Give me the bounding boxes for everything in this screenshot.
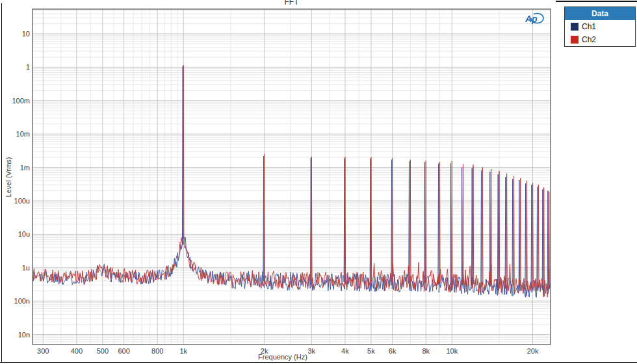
legend-item-ch2[interactable]: Ch2 [565, 33, 635, 46]
legend-panel: Data Ch1 Ch2 [564, 6, 636, 47]
ap-logo-icon: Ap [523, 12, 545, 27]
ap-logo-text: Ap [525, 14, 538, 24]
legend-item-ch1[interactable]: Ch1 [565, 20, 635, 33]
window-bottom-edge [0, 362, 637, 363]
y-tick-label: 10n [18, 331, 30, 339]
fft-plot[interactable]: 101100m10m1m100u10u1u100n10n300400500600… [0, 0, 637, 364]
y-tick-label: 100m [12, 97, 30, 105]
legend-item-label: Ch1 [582, 22, 596, 31]
trace-ch2 [32, 65, 551, 297]
y-axis-title: Level (Vrms) [5, 138, 13, 216]
legend-header: Data [565, 7, 635, 20]
x-axis-title: Frequency (Hz) [32, 353, 533, 361]
y-tick-label: 10m [16, 130, 30, 138]
y-tick-label: 100u [14, 197, 30, 205]
legend-item-label: Ch2 [582, 35, 596, 44]
y-tick-label: 10u [18, 230, 30, 238]
traces [32, 65, 551, 297]
y-tick-label: 1m [20, 164, 30, 172]
window-top-edge [556, 1, 637, 2]
ch2-swatch-icon [571, 36, 578, 44]
y-tick-label: 10 [22, 30, 30, 38]
window-left-edge [1, 3, 2, 363]
y-tick-label: 100n [14, 297, 30, 305]
y-tick-label: 1 [26, 63, 30, 71]
y-tick-label: 1u [22, 264, 30, 272]
ch1-swatch-icon [571, 23, 578, 31]
fft-analyzer-screen: FFT 101100m10m1m100u10u1u100n10n30040050… [0, 0, 637, 364]
